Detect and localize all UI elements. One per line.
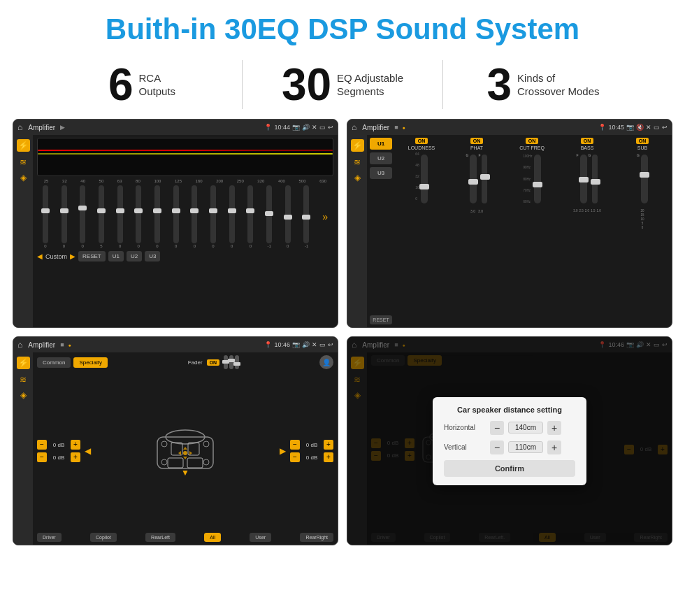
cutfreq-toggle[interactable]: ON: [526, 138, 539, 144]
vol-controls-left: − 0 dB + − 0 dB +: [37, 440, 80, 462]
u2-preset[interactable]: U2: [370, 152, 392, 164]
vertical-value: 110cm: [508, 441, 543, 453]
u3-preset[interactable]: U3: [370, 167, 392, 179]
loudness-toggle[interactable]: ON: [415, 138, 428, 144]
eq-slider-6[interactable]: 0: [136, 185, 141, 248]
eq-slider-11[interactable]: 0: [229, 185, 235, 248]
vertical-plus[interactable]: +: [547, 440, 561, 454]
back-icon-tr[interactable]: ↩: [662, 124, 668, 131]
speaker-icon[interactable]: ◈: [20, 173, 27, 182]
home-icon-tr[interactable]: ⌂: [352, 122, 356, 132]
eq-slider-3[interactable]: 0: [80, 185, 85, 248]
svg-point-2: [161, 441, 167, 447]
eq-slider-5[interactable]: 0: [117, 185, 123, 248]
cutfreq-slider[interactable]: [534, 155, 541, 203]
eq-icon[interactable]: ⚡: [17, 139, 30, 152]
reset-button-tl[interactable]: RESET: [78, 251, 106, 262]
bass-slider-g[interactable]: [592, 155, 598, 203]
bass-toggle[interactable]: ON: [581, 138, 594, 144]
home-icon[interactable]: ⌂: [17, 122, 22, 132]
back-icon-bl[interactable]: ↩: [328, 341, 333, 348]
close-icon-bl[interactable]: ✕: [312, 341, 317, 348]
home-icon-bl[interactable]: ⌂: [17, 340, 22, 350]
eq-slider-9[interactable]: 0: [192, 185, 197, 248]
user-btn[interactable]: User: [250, 533, 271, 542]
sub-toggle[interactable]: ON: [636, 138, 649, 144]
down-nav-arrow[interactable]: ▼: [181, 468, 189, 478]
minimize-icon-bl[interactable]: ▭: [319, 341, 326, 348]
vol-plus-2[interactable]: +: [71, 452, 80, 462]
eq-slider-12[interactable]: 0: [247, 185, 253, 248]
vertical-minus[interactable]: −: [490, 440, 504, 454]
vol-plus-1[interactable]: +: [71, 440, 80, 450]
phat-slider-g[interactable]: [470, 155, 477, 203]
vol-row-4: − 0 dB +: [290, 452, 333, 462]
eq-slider-7[interactable]: 0: [154, 185, 160, 248]
reset-btn-tr[interactable]: RESET: [370, 315, 392, 324]
u2-button-tl[interactable]: U2: [127, 251, 142, 262]
eq-slider-10[interactable]: 0: [210, 185, 216, 248]
confirm-button[interactable]: Confirm: [444, 460, 575, 477]
prev-arrow[interactable]: ◀: [37, 252, 43, 260]
distance-dialog: Car speaker distance setting Horizontal …: [433, 397, 586, 485]
vol-minus-4[interactable]: −: [290, 452, 300, 462]
eq-slider-4[interactable]: 5: [99, 185, 104, 248]
eq-slider-13[interactable]: -1: [266, 185, 272, 248]
vol-minus-1[interactable]: −: [37, 440, 47, 450]
specialty-tab[interactable]: Specialty: [73, 357, 107, 368]
speaker-icon-tr[interactable]: ◈: [354, 173, 361, 182]
vol-minus-3[interactable]: −: [290, 440, 300, 450]
vol-plus-3[interactable]: +: [324, 440, 333, 450]
wave-icon-tr[interactable]: ≋: [354, 157, 361, 167]
all-btn[interactable]: All: [204, 533, 221, 542]
phat-toggle[interactable]: ON: [470, 138, 484, 144]
horizontal-minus[interactable]: −: [490, 421, 504, 435]
next-arrow[interactable]: ▶: [70, 252, 75, 260]
minimize-icon-tr[interactable]: ▭: [654, 124, 660, 131]
screen-amp: ⌂ Amplifier ■ ● 📍 10:45 📷 🔇 ✕ ▭ ↩ ⚡ ≋ ◈: [347, 119, 672, 328]
eq-slider-15[interactable]: -1: [303, 185, 309, 248]
dialog-overlay: Car speaker distance setting Horizontal …: [347, 337, 672, 545]
dot-icon-bl: ●: [68, 343, 71, 348]
eq-slider-14[interactable]: 0: [285, 185, 291, 248]
eq-slider-8[interactable]: 0: [173, 185, 179, 248]
wave-icon-bl[interactable]: ≋: [20, 375, 27, 385]
rearright-btn[interactable]: RearRight: [300, 533, 333, 542]
minimize-icon-tl[interactable]: ▭: [319, 124, 326, 131]
rearleft-btn[interactable]: RearLeft: [145, 533, 175, 542]
bass-slider-f[interactable]: [580, 155, 587, 203]
svg-point-5: [203, 459, 209, 465]
close-icon-tr[interactable]: ✕: [646, 124, 651, 131]
left-nav-arrow[interactable]: ◀: [85, 446, 91, 456]
eq-icon-tr[interactable]: ⚡: [351, 139, 364, 152]
u3-button-tl[interactable]: U3: [145, 251, 160, 262]
right-nav-arrow[interactable]: ▶: [280, 446, 286, 456]
close-icon-tl[interactable]: ✕: [312, 124, 317, 131]
status-time-tr: 10:45: [608, 124, 624, 131]
screens-grid: ⌂ Amplifier ▶ 📍 10:44 📷 🔊 ✕ ▭ ↩ ⚡ ≋ ◈: [0, 119, 685, 552]
sub-slider[interactable]: [641, 155, 648, 203]
driver-btn[interactable]: Driver: [37, 533, 62, 542]
volume-icon: 🔊: [302, 124, 310, 131]
horizontal-row: Horizontal − 140cm +: [444, 421, 575, 435]
speaker-icon-bl[interactable]: ◈: [20, 390, 27, 400]
back-icon-tl[interactable]: ↩: [328, 124, 333, 131]
eq-icon-bl[interactable]: ⚡: [17, 357, 30, 369]
play-icon: ▶: [60, 124, 65, 131]
wave-icon[interactable]: ≋: [20, 157, 27, 167]
u1-button-tl[interactable]: U1: [108, 251, 124, 262]
copilot-btn[interactable]: Copilot: [90, 533, 117, 542]
eq-slider-2[interactable]: 0: [62, 185, 67, 248]
u1-preset[interactable]: U1: [370, 138, 392, 150]
menu-icon-tr: ■: [394, 124, 398, 131]
fader-toggle[interactable]: ON: [207, 359, 220, 366]
horizontal-plus[interactable]: +: [547, 421, 561, 435]
eq-next-icon[interactable]: »: [322, 211, 328, 222]
eq-slider-1[interactable]: 0: [43, 185, 48, 248]
phat-slider-f[interactable]: [482, 155, 487, 203]
svg-rect-8: [168, 458, 183, 468]
vol-plus-4[interactable]: +: [324, 452, 333, 462]
loudness-slider[interactable]: [421, 155, 428, 203]
vol-minus-2[interactable]: −: [37, 452, 47, 462]
common-tab[interactable]: Common: [37, 357, 71, 368]
